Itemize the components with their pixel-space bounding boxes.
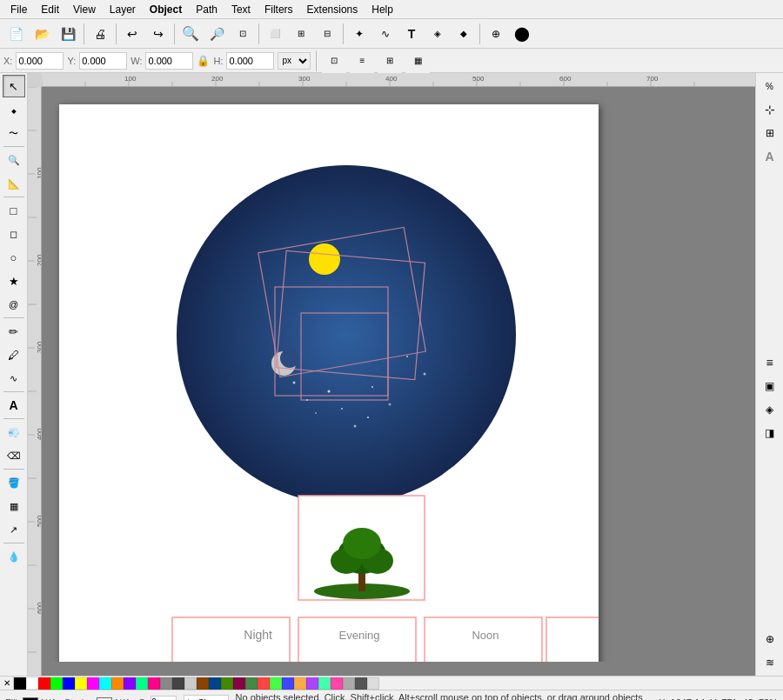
palette-color[interactable] [258,677,270,690]
zoom-fit-button[interactable]: ⊡ [231,22,255,46]
eraser-tool[interactable]: ⌫ [3,444,25,467]
icon-btn[interactable]: ◆ [452,22,476,46]
palette-color[interactable] [14,677,26,690]
palette-color[interactable] [99,677,111,690]
align-btn2[interactable]: ≡ [350,49,374,73]
palette-color[interactable] [197,677,209,690]
palette-color[interactable] [233,677,245,690]
palette-color[interactable] [111,677,124,690]
xml-editor-btn[interactable]: A [759,145,781,168]
snap-bbox-btn[interactable]: ⊞ [759,122,781,144]
print-button[interactable]: 🖨 [88,22,112,46]
palette-color[interactable] [87,677,99,690]
palette-color[interactable] [282,677,294,690]
layers-btn[interactable]: ≡ [759,351,781,374]
bucket-tool[interactable]: 🪣 [3,471,25,494]
canvas-area[interactable]: 100 200 300 400 500 600 700 [28,73,755,676]
menu-object[interactable]: Object [143,2,189,17]
palette-color[interactable] [294,677,306,690]
curve-btn[interactable]: ∿ [373,22,398,46]
palette-color[interactable] [136,677,148,690]
rect-tool[interactable]: □ [3,199,25,222]
menu-text[interactable]: Text [224,2,258,17]
palette-color[interactable] [355,677,367,690]
palette-color[interactable] [160,677,172,690]
connector-tool[interactable]: ↗ [3,518,25,541]
select-tool[interactable]: ↖ [3,75,25,97]
ellipse-tool[interactable]: ○ [3,246,25,269]
unit-select[interactable]: px mm in [278,52,311,70]
grid-btn2[interactable]: ▦ [405,49,430,73]
redo-button[interactable]: ↪ [146,22,171,46]
menu-view[interactable]: View [66,2,103,17]
palette-color[interactable] [245,677,258,690]
menu-extensions[interactable]: Extensions [300,2,365,17]
zoom-out-button[interactable]: 🔎 [204,22,229,46]
palette-color[interactable] [343,677,355,690]
palette-color[interactable] [331,677,343,690]
spray-tool[interactable]: 💨 [3,421,25,443]
menu-layer[interactable]: Layer [103,2,143,17]
transform-btn2[interactable]: ⊡ [322,49,346,73]
stroke-color-box[interactable] [97,697,112,701]
undo-button[interactable]: ↩ [120,22,144,46]
palette-color[interactable] [75,677,87,690]
palette-color[interactable] [124,677,136,690]
text-btn[interactable]: T [399,22,424,46]
palette-color[interactable] [367,677,379,690]
objects-btn[interactable]: ▣ [759,375,781,397]
align-button[interactable]: ⊞ [289,22,313,46]
menu-help[interactable]: Help [365,2,400,17]
snap-enable-btn[interactable]: % [759,75,781,97]
opacity-input[interactable] [151,696,177,701]
palette-color[interactable] [26,677,38,690]
node-tool[interactable]: ⬥ [3,98,25,121]
zoom-in-button[interactable]: 🔍 [178,22,203,46]
new-button[interactable]: 📄 [3,22,28,46]
sym-btn[interactable]: ◈ [425,22,450,46]
palette-color[interactable] [306,677,318,690]
gradient-tool[interactable]: ▦ [3,495,25,517]
menu-edit[interactable]: Edit [34,2,66,17]
box3d-tool[interactable]: ◻ [3,223,25,245]
calligraphy-tool[interactable]: ∿ [3,367,25,390]
symbols-btn[interactable]: ◈ [759,398,781,421]
snap-btn[interactable]: ⊕ [484,22,508,46]
text-tool[interactable]: A [3,394,25,417]
palette-color[interactable] [50,677,63,690]
no-color-btn[interactable]: ✕ [0,677,14,690]
tweak-tool[interactable]: 〜 [3,122,25,144]
palette-color[interactable] [221,677,233,690]
w-input[interactable] [145,52,193,70]
palette-color[interactable] [63,677,75,690]
snap-nodes-btn[interactable]: ⊹ [759,98,781,121]
palette-color[interactable] [184,677,197,690]
pencil-tool[interactable]: ✏ [3,320,25,343]
snap-toggle[interactable]: ⊕ [759,628,781,650]
canvas-scroll[interactable]: Night Evening Noon Morning [42,87,741,662]
transform-button[interactable]: ⬜ [263,22,287,46]
palette-color[interactable] [318,677,331,690]
palette-color[interactable] [38,677,50,690]
zoom-tool[interactable]: 🔍 [3,149,25,171]
palette-color[interactable] [270,677,282,690]
pen-tool[interactable]: 🖊 [3,343,25,366]
measure-tool[interactable]: 📐 [3,172,25,195]
h-input[interactable] [226,52,274,70]
menu-path[interactable]: Path [189,2,224,17]
palette-color[interactable] [148,677,160,690]
circle-btn[interactable]: ⬤ [510,22,534,46]
palette-color[interactable] [172,677,184,690]
menu-filters[interactable]: Filters [258,2,300,17]
save-button[interactable]: 💾 [56,22,80,46]
spiral-tool[interactable]: @ [3,293,25,316]
snap-nodes2[interactable]: ≋ [759,651,781,674]
palette-color[interactable] [209,677,221,690]
node-btn2[interactable]: ⊞ [378,49,402,73]
menu-file[interactable]: File [3,2,34,17]
swatch-btn[interactable]: ◨ [759,422,781,444]
dist-button[interactable]: ⊟ [315,22,339,46]
dropper-tool[interactable]: 💧 [3,545,25,568]
node-tool[interactable]: ✦ [347,22,371,46]
y-input[interactable] [79,52,127,70]
